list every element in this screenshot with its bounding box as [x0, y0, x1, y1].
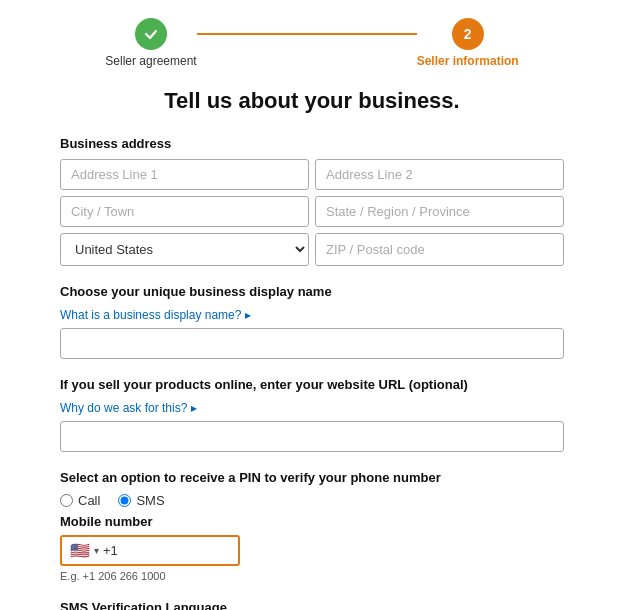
phone-hint: E.g. +1 206 266 1000 — [60, 570, 564, 582]
step1-circle — [135, 18, 167, 50]
sms-option[interactable]: SMS — [118, 493, 164, 508]
website-link[interactable]: Why do we ask for this? ▸ — [60, 401, 197, 415]
sms-label: SMS — [136, 493, 164, 508]
step2-label: Seller information — [417, 54, 519, 68]
step2-circle: 2 — [452, 18, 484, 50]
city-input[interactable] — [60, 196, 309, 227]
pin-radio-group: Call SMS — [60, 493, 564, 508]
address-line1-input[interactable] — [60, 159, 309, 190]
business-address-section: Business address United States — [60, 136, 564, 266]
address-grid: United States — [60, 159, 564, 266]
call-radio[interactable] — [60, 494, 73, 507]
phone-input-wrapper: 🇺🇸 ▾ +1 — [60, 535, 240, 566]
phone-prefix: +1 — [103, 543, 118, 558]
display-name-section: Choose your unique business display name… — [60, 284, 564, 359]
website-label: If you sell your products online, enter … — [60, 377, 564, 392]
step-connector — [197, 33, 417, 35]
address-line2-input[interactable] — [315, 159, 564, 190]
sms-language-label: SMS Verification Language — [60, 600, 564, 610]
state-input[interactable] — [315, 196, 564, 227]
main-content: Tell us about your business. Business ad… — [0, 78, 624, 610]
call-label: Call — [78, 493, 100, 508]
call-option[interactable]: Call — [60, 493, 100, 508]
progress-bar: Seller agreement 2 Seller information — [0, 0, 624, 78]
website-section: If you sell your products online, enter … — [60, 377, 564, 452]
country-select[interactable]: United States — [60, 233, 309, 266]
pin-section: Select an option to receive a PIN to ver… — [60, 470, 564, 582]
page-title: Tell us about your business. — [60, 88, 564, 114]
mobile-label: Mobile number — [60, 514, 564, 529]
display-name-label: Choose your unique business display name — [60, 284, 564, 299]
flag-icon: 🇺🇸 — [70, 541, 90, 560]
sms-radio[interactable] — [118, 494, 131, 507]
step-seller-agreement: Seller agreement — [105, 18, 196, 68]
phone-number-input[interactable] — [122, 543, 182, 558]
display-name-link[interactable]: What is a business display name? ▸ — [60, 308, 251, 322]
sms-language-section: SMS Verification Language English Text m… — [60, 600, 564, 610]
pin-label: Select an option to receive a PIN to ver… — [60, 470, 564, 485]
website-input[interactable] — [60, 421, 564, 452]
phone-dropdown-arrow[interactable]: ▾ — [94, 545, 99, 556]
display-name-input[interactable] — [60, 328, 564, 359]
step1-label: Seller agreement — [105, 54, 196, 68]
business-address-label: Business address — [60, 136, 564, 151]
step-seller-information: 2 Seller information — [417, 18, 519, 68]
zip-input[interactable] — [315, 233, 564, 266]
